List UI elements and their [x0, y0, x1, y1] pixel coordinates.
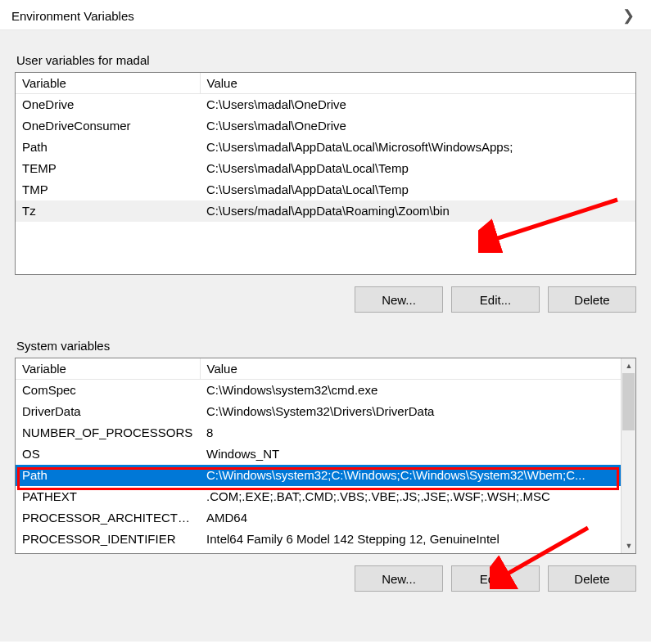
system-variables-section: System variables Variable Value ComSpecC… — [15, 336, 636, 592]
system-section-label: System variables — [15, 336, 636, 358]
user-section-label: User variables for madal — [15, 50, 636, 72]
scrollbar-down-icon[interactable]: ▼ — [622, 538, 635, 553]
value-cell: 8 — [200, 422, 621, 444]
variable-cell: PROCESSOR_ARCHITECTURE — [16, 507, 200, 529]
value-cell: C:\Users/madal\AppData\Roaming\Zoom\bin — [200, 200, 635, 222]
user-variables-table[interactable]: Variable Value OneDriveC:\Users\madal\On… — [16, 73, 635, 222]
value-cell: C:\Users\madal\OneDrive — [200, 115, 635, 137]
variable-cell: TMP — [16, 179, 200, 200]
table-row[interactable]: TEMPC:\Users\madal\AppData\Local\Temp — [16, 158, 635, 179]
variable-cell: NUMBER_OF_PROCESSORS — [16, 422, 200, 444]
table-row[interactable]: DriverDataC:\Windows\System32\Drivers\Dr… — [16, 401, 621, 422]
variable-cell: Path — [16, 465, 200, 486]
table-row[interactable]: ComSpecC:\Windows\system32\cmd.exe — [16, 380, 621, 401]
sys-col-header-variable[interactable]: Variable — [16, 358, 200, 380]
variable-cell: DriverData — [16, 401, 200, 422]
system-button-row: New... Edit... Delete — [15, 565, 636, 592]
system-variables-table-wrap: Variable Value ComSpecC:\Windows\system3… — [15, 358, 636, 554]
table-row[interactable]: OneDriveConsumerC:\Users\madal\OneDrive — [16, 115, 635, 137]
dialog-body: User variables for madal Variable Value … — [0, 30, 651, 642]
table-row[interactable]: TzC:\Users/madal\AppData\Roaming\Zoom\bi… — [16, 200, 635, 222]
titlebar: Environment Variables ❯ — [0, 0, 651, 30]
sys-col-header-value[interactable]: Value — [200, 358, 621, 380]
chevron-right-icon[interactable]: ❯ — [617, 7, 640, 25]
table-row[interactable]: OSWindows_NT — [16, 444, 621, 465]
system-new-button[interactable]: New... — [355, 565, 443, 592]
value-cell: C:\Users\madal\AppData\Local\Microsoft\W… — [200, 137, 635, 158]
value-cell: Intel64 Family 6 Model 142 Stepping 12, … — [200, 529, 621, 550]
table-row[interactable]: PROCESSOR_IDENTIFIERIntel64 Family 6 Mod… — [16, 529, 621, 550]
value-cell: AMD64 — [200, 507, 621, 529]
variable-cell: ComSpec — [16, 380, 200, 401]
variable-cell: OneDrive — [16, 94, 200, 115]
table-row[interactable]: PATHEXT.COM;.EXE;.BAT;.CMD;.VBS;.VBE;.JS… — [16, 486, 621, 507]
value-cell: Windows_NT — [200, 444, 621, 465]
value-cell: C:\Windows\system32;C:\Windows;C:\Window… — [200, 465, 621, 486]
table-row[interactable]: OneDriveC:\Users\madal\OneDrive — [16, 94, 635, 115]
table-row[interactable]: PROCESSOR_ARCHITECTUREAMD64 — [16, 507, 621, 529]
variable-cell: PATHEXT — [16, 486, 200, 507]
table-row[interactable]: TMPC:\Users\madal\AppData\Local\Temp — [16, 179, 635, 200]
user-edit-button[interactable]: Edit... — [451, 286, 540, 313]
value-cell: .COM;.EXE;.BAT;.CMD;.VBS;.VBE;.JS;.JSE;.… — [200, 486, 621, 507]
user-new-button[interactable]: New... — [355, 286, 443, 313]
scrollbar[interactable]: ▲ ▼ — [621, 358, 635, 553]
variable-cell: TEMP — [16, 158, 200, 179]
value-cell: C:\Users\madal\AppData\Local\Temp — [200, 179, 635, 200]
system-variables-table[interactable]: Variable Value ComSpecC:\Windows\system3… — [16, 358, 621, 550]
user-variables-section: User variables for madal Variable Value … — [15, 50, 636, 313]
variable-cell: PROCESSOR_IDENTIFIER — [16, 529, 200, 550]
table-row[interactable]: PathC:\Users\madal\AppData\Local\Microso… — [16, 137, 635, 158]
user-button-row: New... Edit... Delete — [15, 286, 636, 313]
dialog-title: Environment Variables — [11, 9, 134, 23]
scrollbar-thumb[interactable] — [622, 373, 635, 430]
user-delete-button[interactable]: Delete — [548, 286, 636, 313]
value-cell: C:\Users\madal\OneDrive — [200, 94, 635, 115]
user-variables-table-wrap: Variable Value OneDriveC:\Users\madal\On… — [15, 72, 636, 275]
value-cell: C:\Windows\System32\Drivers\DriverData — [200, 401, 621, 422]
system-edit-button[interactable]: Edit... — [451, 565, 540, 592]
variable-cell: Path — [16, 137, 200, 158]
table-row[interactable]: PathC:\Windows\system32;C:\Windows;C:\Wi… — [16, 465, 621, 486]
system-delete-button[interactable]: Delete — [548, 565, 636, 592]
variable-cell: OS — [16, 444, 200, 465]
user-col-header-value[interactable]: Value — [200, 73, 635, 94]
value-cell: C:\Users\madal\AppData\Local\Temp — [200, 158, 635, 179]
variable-cell: Tz — [16, 200, 200, 222]
table-row[interactable]: NUMBER_OF_PROCESSORS8 — [16, 422, 621, 444]
value-cell: C:\Windows\system32\cmd.exe — [200, 380, 621, 401]
scrollbar-up-icon[interactable]: ▲ — [622, 358, 635, 373]
variable-cell: OneDriveConsumer — [16, 115, 200, 137]
user-col-header-variable[interactable]: Variable — [16, 73, 200, 94]
